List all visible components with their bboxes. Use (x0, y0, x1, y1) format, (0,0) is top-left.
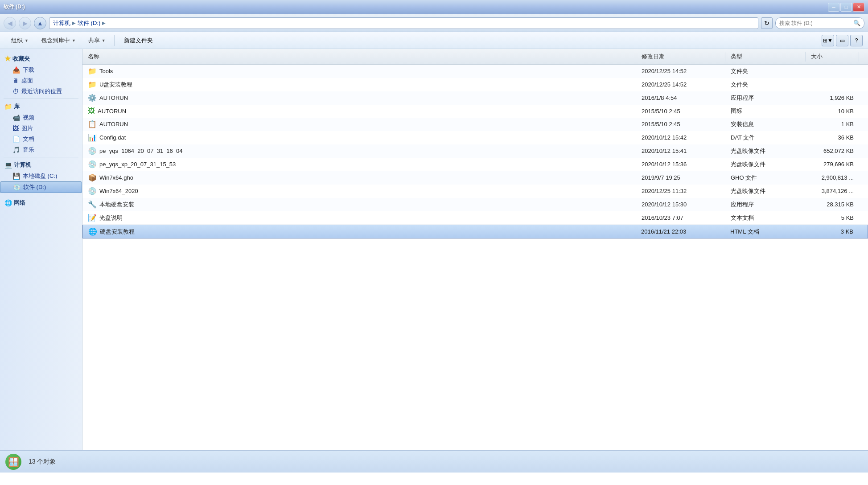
table-row[interactable]: 📁 U盘安装教程 2020/12/25 14:52 文件夹 (82, 78, 868, 91)
share-arrow: ▼ (102, 38, 106, 43)
table-row[interactable]: 📁 Tools 2020/12/25 14:52 文件夹 (82, 65, 868, 78)
back-button[interactable]: ◀ (4, 17, 16, 29)
sidebar-item-document[interactable]: 📄 文档 (0, 134, 82, 144)
table-row[interactable]: 💿 pe_yqs_1064_20_07_31_16_04 2020/10/12 … (82, 144, 868, 158)
search-bar[interactable]: 🔍 (775, 17, 864, 29)
share-button[interactable]: 共享 ▼ (82, 34, 111, 47)
breadcrumb-arrow-2: ▶ (102, 21, 106, 25)
file-cell-type: 文件夹 (725, 66, 806, 77)
status-app-icon: 🪟 (8, 456, 19, 467)
file-cell-type: DAT 文件 (725, 132, 806, 143)
file-cell-date: 2020/10/12 15:30 (636, 199, 725, 210)
header-type[interactable]: 类型 (725, 52, 806, 62)
table-row[interactable]: 💿 Win7x64_2020 2020/12/25 11:32 光盘映像文件 3… (82, 185, 868, 198)
file-cell-date: 2016/10/23 7:07 (636, 212, 725, 223)
toolbar: 组织 ▼ 包含到库中 ▼ 共享 ▼ 新建文件夹 ⊞▼ ▭ ? (0, 32, 868, 49)
local-c-icon: 💾 (12, 173, 20, 180)
file-cell-extra (859, 106, 868, 116)
up-button[interactable]: ▲ (34, 17, 46, 29)
statusbar: 🪟 13 个对象 (0, 450, 868, 473)
share-label: 共享 (88, 37, 100, 45)
breadcrumb-computer[interactable]: 计算机 (53, 19, 70, 27)
file-cell-type: GHO 文件 (725, 172, 806, 183)
table-row[interactable]: 📊 Config.dat 2020/10/12 15:42 DAT 文件 36 … (82, 131, 868, 144)
maximize-button[interactable]: □ (840, 3, 852, 12)
sidebar-item-music[interactable]: 🎵 音乐 (0, 144, 82, 155)
new-folder-button[interactable]: 新建文件夹 (117, 34, 160, 47)
table-row[interactable]: 📦 Win7x64.gho 2019/9/7 19:25 GHO 文件 2,90… (82, 171, 868, 185)
sidebar-item-music-label: 音乐 (23, 146, 34, 154)
sidebar-item-download-label: 下载 (23, 66, 34, 74)
file-type-icon: 📦 (88, 173, 97, 182)
table-row[interactable]: 📝 光盘说明 2016/10/23 7:07 文本文档 5 KB (82, 211, 868, 225)
sidebar-item-document-label: 文档 (23, 135, 34, 143)
preview-button[interactable]: ▭ (836, 35, 848, 46)
desktop-icon: 🖥 (12, 77, 19, 84)
sidebar-item-software-d[interactable]: 💿 软件 (D:) (0, 181, 82, 193)
file-type-icon: 🌐 (88, 227, 97, 236)
file-list-header: 名称 修改日期 类型 大小 (82, 49, 868, 65)
file-name: 光盘说明 (99, 214, 123, 222)
table-row[interactable]: 📋 AUTORUN 2015/5/10 2:45 安装信息 1 KB (82, 118, 868, 131)
computer-label: 计算机 (14, 161, 31, 169)
file-cell-extra (859, 119, 868, 130)
sidebar-computer-header[interactable]: 💻 计算机 (0, 159, 82, 171)
file-cell-date: 2020/10/12 15:36 (636, 159, 725, 170)
file-cell-name: 📝 光盘说明 (82, 212, 636, 223)
close-button[interactable]: ✕ (853, 3, 864, 12)
sidebar-section-network: 🌐 网络 (0, 197, 82, 209)
file-cell-type: HTML 文档 (725, 226, 805, 237)
file-cell-name: 🖼 AUTORUN (82, 106, 636, 116)
sidebar-item-video[interactable]: 📹 视频 (0, 112, 82, 123)
breadcrumb-software-d[interactable]: 软件 (D:) (78, 19, 100, 27)
table-row[interactable]: 🌐 硬盘安装教程 2016/11/21 22:03 HTML 文档 3 KB (82, 225, 868, 238)
sidebar-item-recent[interactable]: ⏱ 最近访问的位置 (0, 86, 82, 97)
sidebar-favorites-header[interactable]: ★ 收藏夹 (0, 53, 82, 65)
file-cell-size: 36 KB (806, 132, 859, 143)
table-row[interactable]: ⚙️ AUTORUN 2016/1/8 4:54 应用程序 1,926 KB (82, 91, 868, 105)
help-button[interactable]: ? (850, 35, 863, 46)
sidebar-item-download[interactable]: 📥 下载 (0, 65, 82, 75)
file-cell-date: 2016/11/21 22:03 (636, 226, 725, 237)
recent-icon: ⏱ (12, 88, 19, 95)
file-cell-name: 📁 U盘安装教程 (82, 79, 636, 90)
video-icon: 📹 (12, 114, 20, 121)
file-cell-name: 📋 AUTORUN (82, 119, 636, 130)
table-row[interactable]: 🔧 本地硬盘安装 2020/10/12 15:30 应用程序 28,315 KB (82, 198, 868, 211)
header-date[interactable]: 修改日期 (636, 52, 725, 62)
file-cell-date: 2020/10/12 15:41 (636, 145, 725, 156)
file-type-icon: 📋 (88, 120, 97, 128)
sidebar-item-local-c[interactable]: 💾 本地磁盘 (C:) (0, 171, 82, 181)
sidebar-item-picture[interactable]: 🖼 图片 (0, 123, 82, 134)
organize-button[interactable]: 组织 ▼ (5, 34, 34, 47)
search-input[interactable] (779, 20, 852, 26)
include-library-button[interactable]: 包含到库中 ▼ (35, 34, 82, 47)
file-type-icon: 💿 (88, 160, 97, 169)
file-cell-date: 2020/10/12 15:42 (636, 132, 725, 143)
file-cell-type: 安装信息 (725, 119, 806, 130)
file-cell-size (806, 79, 859, 90)
file-cell-size: 1 KB (806, 119, 859, 130)
sidebar-library-header[interactable]: 📁 库 (0, 101, 82, 112)
file-cell-name: 📦 Win7x64.gho (82, 172, 636, 183)
sidebar-item-desktop[interactable]: 🖥 桌面 (0, 75, 82, 86)
picture-icon: 🖼 (12, 125, 19, 132)
new-folder-label: 新建文件夹 (124, 37, 153, 45)
view-options-button[interactable]: ⊞▼ (822, 35, 834, 46)
table-row[interactable]: 💿 pe_yqs_xp_20_07_31_15_53 2020/10/12 15… (82, 158, 868, 171)
sidebar-item-video-label: 视频 (23, 114, 34, 122)
header-size[interactable]: 大小 (806, 52, 859, 62)
sidebar-network-header[interactable]: 🌐 网络 (0, 197, 82, 209)
forward-button[interactable]: ▶ (19, 17, 31, 29)
file-cell-type: 光盘映像文件 (725, 145, 806, 156)
file-cell-date: 2020/12/25 11:32 (636, 185, 725, 197)
header-name[interactable]: 名称 (82, 52, 636, 62)
library-label: 库 (14, 103, 20, 111)
refresh-button[interactable]: ↻ (761, 17, 773, 29)
file-area: 名称 修改日期 类型 大小 📁 Tools 2020/12/25 14:52 文… (82, 49, 868, 450)
minimize-button[interactable]: ─ (828, 3, 839, 12)
breadcrumb[interactable]: 计算机 ▶ 软件 (D:) ▶ (49, 17, 758, 29)
table-row[interactable]: 🖼 AUTORUN 2015/5/10 2:45 图标 10 KB (82, 105, 868, 118)
file-cell-date: 2016/1/8 4:54 (636, 92, 725, 103)
network-label: 网络 (14, 199, 25, 207)
